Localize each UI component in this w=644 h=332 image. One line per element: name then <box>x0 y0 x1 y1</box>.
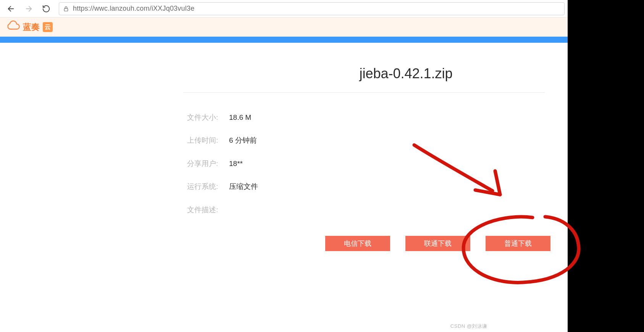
meta-label: 文件大小: <box>187 112 229 123</box>
meta-row-user: 分享用户: 18** <box>187 158 568 169</box>
meta-row-desc: 文件描述: <box>187 204 568 216</box>
file-meta: 文件大小: 18.6 M 上传时间: 6 分钟前 分享用户: 18** 运行系统… <box>187 112 568 216</box>
address-bar[interactable]: https://wwc.lanzouh.com/iXXJq03vul3e <box>59 2 565 15</box>
brand-badge: 云 <box>43 22 53 32</box>
back-button[interactable] <box>3 1 19 16</box>
meta-value: 压缩文件 <box>229 181 258 192</box>
refresh-button[interactable] <box>38 1 54 16</box>
download-telecom-button[interactable]: 电信下载 <box>325 236 390 251</box>
download-normal-button[interactable]: 普通下载 <box>486 236 550 251</box>
lock-icon <box>63 6 69 12</box>
meta-label: 上传时间: <box>187 135 229 146</box>
url-text: https://wwc.lanzouh.com/iXXJq03vul3e <box>73 5 194 13</box>
divider <box>183 92 545 93</box>
meta-value: 6 分钟前 <box>229 135 257 146</box>
file-title: jieba-0.42.1.zip <box>359 66 452 82</box>
blackout-letterbox <box>568 0 644 332</box>
forward-button[interactable] <box>21 1 37 16</box>
browser-toolbar: https://wwc.lanzouh.com/iXXJq03vul3e <box>0 0 568 18</box>
meta-row-os: 运行系统: 压缩文件 <box>187 181 568 192</box>
arrow-right-icon <box>24 5 33 13</box>
brand-name: 蓝奏 <box>23 21 40 33</box>
brand-logo[interactable]: 蓝奏 云 <box>5 21 53 34</box>
blue-strip <box>0 37 568 43</box>
meta-row-size: 文件大小: 18.6 M <box>187 112 568 123</box>
meta-label: 分享用户: <box>187 158 229 169</box>
arrow-left-icon <box>7 5 15 13</box>
download-unicom-button[interactable]: 联通下载 <box>405 236 470 251</box>
refresh-icon <box>42 5 50 13</box>
brand-bar: 蓝奏 云 <box>0 18 568 37</box>
watermark: CSDN @刘泳谦 <box>450 323 487 330</box>
download-buttons: 电信下载 联通下载 普通下载 <box>325 236 550 251</box>
meta-label: 运行系统: <box>187 181 229 192</box>
meta-value: 18** <box>229 158 243 169</box>
svg-rect-0 <box>64 8 68 11</box>
meta-value: 18.6 M <box>229 112 251 123</box>
meta-label: 文件描述: <box>187 204 229 216</box>
meta-row-time: 上传时间: 6 分钟前 <box>187 135 568 146</box>
cloud-icon <box>5 21 21 34</box>
